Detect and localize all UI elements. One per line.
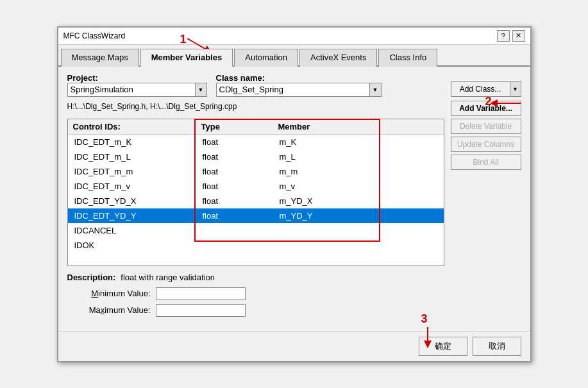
max-value-row: Maximum Value:	[67, 304, 521, 317]
col-header-type: Type	[199, 121, 276, 133]
row-member: m_L	[276, 151, 378, 163]
file-path: H:\...\Dlg_Set_Spring.h, H:\...\Dlg_Set_…	[67, 102, 451, 111]
list-item[interactable]: IDC_EDT_m_K float m_K	[68, 135, 444, 149]
dialog-title: MFC ClassWizard	[63, 31, 126, 40]
row-id: IDC_EDT_YD_X	[71, 195, 199, 207]
add-class-button[interactable]: Add Class...	[451, 81, 510, 97]
min-value-label: Minimum Value:	[67, 289, 151, 298]
row-member	[276, 239, 378, 251]
list-item[interactable]: IDC_EDT_YD_X float m_YD_X	[68, 194, 444, 208]
tab-member-variables[interactable]: Member Variables	[140, 49, 233, 67]
list-item-selected[interactable]: IDC_EDT_YD_Y float m_YD_Y	[68, 208, 444, 223]
right-buttons: Add Class... ▼	[451, 81, 521, 97]
help-button[interactable]: ?	[497, 30, 510, 42]
delete-variable-button[interactable]: Delete Variable	[451, 119, 521, 134]
list-item[interactable]: IDC_EDT_m_L float m_L	[68, 149, 444, 164]
bottom-button-bar: 确定 取消	[58, 331, 530, 361]
update-columns-button[interactable]: Update Columns	[451, 137, 521, 152]
list-header: Control IDs: Type Member	[68, 119, 444, 135]
max-value-label: Maximum Value:	[67, 305, 151, 315]
row-member: m_K	[276, 136, 378, 148]
side-button-panel: Delete Variable Update Columns Bind All	[451, 119, 521, 266]
row-id: IDC_EDT_m_m	[71, 165, 199, 178]
project-section: Project: ▼	[67, 73, 207, 97]
tab-automation[interactable]: Automation	[234, 49, 298, 67]
row-member	[276, 224, 378, 237]
row-member: m_m	[276, 165, 378, 178]
tab-message-maps[interactable]: Message Maps	[61, 49, 139, 67]
add-variable-button[interactable]: Add Variable...	[451, 101, 521, 116]
add-class-dropdown-arrow[interactable]: ▼	[510, 81, 521, 97]
title-bar: MFC ClassWizard ? ✕	[58, 28, 530, 45]
close-button[interactable]: ✕	[512, 30, 525, 42]
description-value: float with range validation	[121, 273, 215, 282]
classname-combo[interactable]	[216, 83, 370, 97]
title-bar-buttons: ? ✕	[497, 30, 525, 42]
col-header-member: Member	[276, 121, 378, 133]
row-id: IDC_EDT_YD_Y	[71, 210, 199, 222]
tab-class-info[interactable]: Class Info	[378, 49, 437, 67]
row-type: float	[199, 151, 276, 163]
row-member: m_YD_X	[276, 195, 378, 207]
row-type	[199, 224, 276, 237]
row-id: IDCANCEL	[71, 224, 199, 237]
cancel-button[interactable]: 取消	[473, 337, 521, 356]
max-value-input[interactable]	[156, 304, 246, 317]
row-type: float	[199, 180, 276, 192]
row-id: IDC_EDT_m_v	[71, 180, 199, 192]
list-item[interactable]: IDCANCEL	[68, 223, 444, 238]
tab-bar: Message Maps Member Variables Automation…	[58, 45, 530, 67]
list-item[interactable]: IDC_EDT_m_v float m_v	[68, 179, 444, 194]
min-value-row: Minimum Value:	[67, 287, 521, 300]
variable-list[interactable]: Control IDs: Type Member IDC_EDT_m_K flo…	[67, 119, 444, 266]
row-type: float	[199, 165, 276, 178]
content-area: Project: ▼ Class name: ▼ Add Class... ▼	[58, 67, 530, 327]
project-dropdown-arrow[interactable]: ▼	[196, 83, 207, 97]
row-type	[199, 239, 276, 251]
row-id: IDOK	[71, 239, 199, 251]
dialog: MFC ClassWizard ? ✕ Message Maps Member …	[57, 26, 532, 362]
main-area: Control IDs: Type Member IDC_EDT_m_K flo…	[67, 119, 521, 266]
classname-label: Class name:	[216, 73, 382, 83]
list-item[interactable]: IDC_EDT_m_m float m_m	[68, 164, 444, 179]
row-type: float	[199, 136, 276, 148]
add-class-button-group: Add Class... ▼	[451, 81, 521, 97]
row-member: m_YD_Y	[276, 210, 378, 222]
row-id: IDC_EDT_m_L	[71, 151, 199, 163]
row-id: IDC_EDT_m_K	[71, 136, 199, 148]
fields-area: Minimum Value: Maximum Value:	[67, 287, 521, 317]
project-label: Project:	[67, 73, 207, 83]
ok-button[interactable]: 确定	[419, 337, 467, 356]
list-item[interactable]: IDOK	[68, 238, 444, 253]
classname-section: Class name: ▼	[216, 73, 382, 97]
bind-all-button[interactable]: Bind All	[451, 155, 521, 170]
row-member: m_v	[276, 180, 378, 192]
classname-dropdown-arrow[interactable]: ▼	[370, 83, 382, 97]
row-type: float	[199, 210, 276, 222]
project-combo[interactable]	[67, 83, 196, 97]
min-value-input[interactable]	[156, 287, 246, 300]
row-type: float	[199, 195, 276, 207]
tab-activex-events[interactable]: ActiveX Events	[299, 49, 377, 67]
description-area: Description: float with range validation	[67, 273, 521, 282]
description-label: Description:	[67, 273, 116, 282]
col-header-id: Control IDs:	[71, 121, 199, 133]
